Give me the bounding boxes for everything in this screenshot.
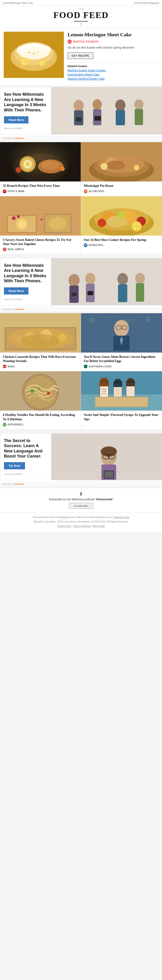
recipe-grid-2: Chicken Casserole Recipes That Will Have… <box>0 313 162 430</box>
svg-point-15 <box>74 100 84 111</box>
recipe-card-3[interactable]: 3 Savory-Sweet Baked Cheese Recipes To T… <box>0 196 81 254</box>
alton-svg <box>81 313 162 353</box>
recipe-card-4[interactable]: Our 14 Best Slow Cooker Recipes For Spri… <box>81 196 162 254</box>
recipe-info-6: You'll Never Guess Alton Brown's Secret … <box>81 353 162 371</box>
ad-read-more-button-1[interactable]: Read More <box>4 116 29 124</box>
ad-read-more-button-2[interactable]: Read More <box>4 287 29 294</box>
svg-point-104 <box>47 391 50 395</box>
recipe-image-1 <box>0 142 81 181</box>
recipe-info-4: Our 14 Best Slow Cooker Recipes For Spri… <box>81 235 162 250</box>
spacer-2 <box>0 254 162 256</box>
recipe-grid-1: 35 Brunch Recipes That Win Every Time FW… <box>0 142 162 254</box>
recipe-card-7[interactable]: 6 Healthy Noodles You Should Be Eating, … <box>0 371 81 429</box>
svg-point-90 <box>90 317 95 323</box>
podcast-icon: 🎙 <box>4 492 158 496</box>
svg-point-88 <box>22 334 59 348</box>
svg-point-33 <box>16 167 21 173</box>
svg-point-26 <box>13 154 68 181</box>
svg-rect-78 <box>72 293 77 296</box>
get-recipe-button[interactable]: GET RECIPE <box>67 52 93 59</box>
recipe-image-4 <box>81 196 162 235</box>
svg-rect-110 <box>101 378 107 380</box>
ad-content-1: See How Millennials Are Learning A New L… <box>0 87 51 134</box>
recipe-title-1: 35 Brunch Recipes That Win Every Time <box>3 184 78 188</box>
ad-headline-2: See How Millennials Are Learning A New L… <box>4 263 47 284</box>
recipe-source-3: RS REAL SIMPLE <box>3 248 78 251</box>
hero-image-svg <box>4 32 64 78</box>
related-link-3[interactable]: Martha's Bedford Easter Cake <box>67 77 158 80</box>
svg-rect-124 <box>96 398 148 406</box>
svg-point-48 <box>18 220 26 228</box>
ad-sponsor-3: Sponsored | Babbel <box>4 473 47 475</box>
unsubscribe-button[interactable]: Unsubscribe <box>69 503 93 509</box>
hero-author: MS MARTHA STEWART <box>67 40 158 44</box>
top-nav-right[interactable]: Get Allrecipes Magazine <box>134 2 159 4</box>
ad-content-3: The Secret to Success: Learn A New Langu… <box>0 433 51 480</box>
recipe-card-8[interactable]: REVIVE YOUR RITUAL Sweet And Simple: Fla… <box>81 371 162 429</box>
spacer-1 <box>0 140 162 142</box>
svg-point-63 <box>118 211 125 218</box>
svg-point-105 <box>38 387 41 390</box>
hero-content: Lemon-Meringue Sheet Cake MS MARTHA STEW… <box>67 32 158 82</box>
svg-point-42 <box>101 163 107 170</box>
svg-point-74 <box>117 273 128 285</box>
svg-point-41 <box>106 161 125 170</box>
svg-rect-117 <box>115 379 120 382</box>
related-link-2[interactable]: Hummingbird Sheet Cake <box>67 73 158 76</box>
footer-privacy-link[interactable]: Privacy Policy <box>57 525 72 527</box>
recipe-info-7: 6 Healthy Noodles You Should Be Eating, … <box>0 410 81 429</box>
svg-point-28 <box>21 158 34 170</box>
spacer-4 <box>0 430 162 431</box>
svg-rect-24 <box>95 116 101 121</box>
podcast-name: 'Homemade' <box>96 498 113 501</box>
footer-help-link[interactable]: Help Center <box>93 525 105 527</box>
svg-rect-20 <box>116 110 125 125</box>
svg-point-12 <box>33 53 34 54</box>
recipe-card-1[interactable]: 35 Brunch Recipes That Win Every Time FW… <box>0 142 81 196</box>
recipe-card-5[interactable]: Chicken Casserole Recipes That Will Have… <box>0 313 81 371</box>
subscribe-section: 🎙 Subscribe to our delicious podcast 'Ho… <box>0 488 162 512</box>
powered-brand-1: LiveIntent <box>14 137 24 139</box>
svg-point-103 <box>30 389 34 393</box>
cheese-svg <box>0 196 81 235</box>
recipe-info-5: Chicken Casserole Recipes That Will Have… <box>0 353 81 371</box>
syrups-svg: REVIVE YOUR RITUAL <box>81 371 162 410</box>
recipe-source-2: AR ALLRECIPES <box>84 189 159 193</box>
recipe-source-5: BHG BH&G <box>3 364 78 368</box>
source-icon-5: BHG <box>3 364 6 368</box>
source-name-1: FOOD & WINE <box>8 190 24 192</box>
footer-subscribe-link[interactable]: Subscribe here <box>114 516 129 519</box>
hero-description: Go all out this Easter with colorful spr… <box>67 46 158 50</box>
svg-point-29 <box>24 160 32 168</box>
recipe-card-6[interactable]: You'll Never Guess Alton Brown's Secret … <box>81 313 162 371</box>
svg-rect-77 <box>136 283 144 302</box>
powered-brand-2: LiveIntent <box>14 308 24 310</box>
recipe-title-5: Chicken Casserole Recipes That Will Have… <box>3 355 78 363</box>
svg-point-34 <box>60 167 65 171</box>
recipe-source-4: MR MYRECIPES <box>84 243 159 247</box>
ad-headline-3: The Secret to Success: Learn A New Langu… <box>4 438 47 459</box>
source-icon-1: FW <box>3 189 6 193</box>
hero-section: Lemon-Meringue Sheet Cake MS MARTHA STEW… <box>0 28 162 85</box>
ad-image-3 <box>51 433 162 480</box>
recipe-info-8: Sweet And Simple: Flavored Syrups To Upg… <box>81 410 162 425</box>
footer-terms-link[interactable]: Terms of Service <box>73 525 90 527</box>
related-title: Related Content <box>67 65 158 67</box>
recipe-title-8: Sweet And Simple: Flavored Syrups To Upg… <box>84 413 159 421</box>
recipe-card-2[interactable]: Mississippi Pot Roast AR ALLRECIPES <box>81 142 162 196</box>
ad-banner-3: ▶ The Secret to Success: Learn A New Lan… <box>0 433 162 480</box>
pot-roast-svg <box>81 142 162 181</box>
ad-wrapper-1: ▶ See How Millennials Are Learning A New… <box>0 87 162 140</box>
svg-point-19 <box>115 99 125 111</box>
svg-text:YOUR: YOUR <box>102 391 106 392</box>
powered-by-label-3: Powered by <box>2 483 13 485</box>
ad-try-button[interactable]: Try Now <box>4 462 25 469</box>
top-nav-left[interactable]: Lemon-Meringue Sheet Cake <box>3 2 33 4</box>
svg-rect-14 <box>51 87 162 134</box>
recipe-source-1: FW FOOD & WINE <box>3 189 78 193</box>
svg-point-61 <box>98 219 106 227</box>
ad-wrapper-2: ▶ See How Millennials Are Learning A New… <box>0 258 162 311</box>
svg-rect-22 <box>135 109 143 125</box>
site-header: THE FOOD FEED 🍴 <box>0 6 162 28</box>
related-link-1[interactable]: Martha's Easter Sugar Cookies <box>67 69 158 72</box>
